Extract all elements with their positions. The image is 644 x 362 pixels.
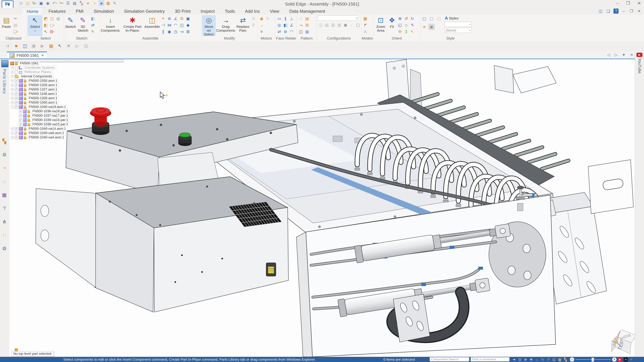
pathfinder-item[interactable]: +✓FN500-1040-oa14.asm:1 xyxy=(11,126,70,131)
pathfinder-item-label[interactable]: FN500-1040-oa19.asm:1 xyxy=(27,105,67,109)
green-button[interactable] xyxy=(178,133,192,146)
duplicate-components-icon[interactable]: ▤ xyxy=(304,15,310,22)
far-right-plate[interactable] xyxy=(588,160,634,214)
pathfinder-item[interactable]: +Coordinate Systems xyxy=(11,65,70,70)
assembly-pattern-icon[interactable]: ▦ xyxy=(304,29,310,35)
help-folder-icon[interactable]: ? xyxy=(1,205,8,212)
activate-part-icon[interactable]: ◫ xyxy=(49,15,55,22)
select-button[interactable]: ↖ Select▾ xyxy=(28,15,42,36)
concentric-face-icon[interactable]: ◎ xyxy=(276,22,282,28)
select-clear-icon[interactable]: ↖ xyxy=(43,29,49,35)
pathfinder-item[interactable]: +✓FN500-1550.asm:1 xyxy=(11,79,70,83)
visibility-checkbox[interactable]: ✓ xyxy=(19,118,22,122)
zoom-slider-track[interactable] xyxy=(576,359,611,360)
tab-close-icon[interactable]: ✕ xyxy=(41,53,44,58)
help-icon[interactable]: ? xyxy=(614,8,618,13)
alternate-assemblies-icon[interactable]: ⚙ xyxy=(1,151,8,158)
angle-relation-icon[interactable]: ∠ xyxy=(172,15,178,22)
view-override-icon[interactable]: ↖ xyxy=(410,29,416,35)
tab-add-ins[interactable]: Add Ins xyxy=(240,8,265,15)
sensors-icon[interactable]: ◔ xyxy=(1,165,8,171)
3d-sketch-button[interactable]: ✎ 3D Sketch xyxy=(76,15,89,36)
visibility-checkbox[interactable]: ✓ xyxy=(19,114,22,117)
insert-component-button[interactable]: ↓ Insert Component▾ xyxy=(100,15,120,36)
pan-icon[interactable]: ✠ xyxy=(397,29,403,35)
presence-icon[interactable]: ● xyxy=(629,357,634,362)
config-manager-icon[interactable]: ◫ xyxy=(318,22,324,28)
pattern-along-curve-icon[interactable]: ↝ xyxy=(298,22,304,28)
expand-toggle-icon[interactable]: + xyxy=(11,127,14,130)
pathfinder-item-label[interactable]: FN500-1040-oa14.asm:1 xyxy=(27,126,67,131)
pathfinder-item[interactable]: ✓FN500-1036-oa18.par:1 xyxy=(19,109,70,113)
wireframe-hidden-icon[interactable]: ▢ xyxy=(428,15,434,22)
side-box-left[interactable] xyxy=(36,189,96,287)
pathfinder-item-label[interactable]: FN500-1561 xyxy=(18,61,40,65)
pathfinder-item[interactable]: +✓FN500-1040-oa4.asm:1 xyxy=(11,135,70,140)
camera-icon[interactable]: ◉ xyxy=(342,22,348,28)
pathfinder-item-label[interactable]: FN500-1560.asm:1 xyxy=(27,100,59,105)
shaded-cube-icon[interactable]: ■ xyxy=(86,1,90,6)
status-zoom-icon[interactable]: ⊕ xyxy=(523,357,528,362)
expand-toggle-icon[interactable]: + xyxy=(11,66,14,69)
planar-align-icon[interactable]: ∥ xyxy=(160,29,166,35)
status-select-pattern-icon[interactable]: ▚ xyxy=(563,357,568,362)
status-named-views-icon[interactable]: ▦ xyxy=(558,357,562,362)
simplify-grid-icon[interactable]: ▦ xyxy=(106,1,111,6)
tab-features[interactable]: Features xyxy=(44,8,71,15)
open-icon[interactable]: ◱ xyxy=(25,1,30,6)
look-at-face-icon[interactable]: ◱ xyxy=(397,22,403,28)
visibility-checkbox[interactable]: ✓ xyxy=(15,136,18,139)
visibility-checkbox[interactable]: ✓ xyxy=(15,101,18,104)
tab-pmi[interactable]: PMI xyxy=(71,8,88,15)
arrange-windows-icon[interactable]: ◫ xyxy=(598,8,603,13)
expand-toggle-icon[interactable]: + xyxy=(11,84,14,87)
reorder-icon[interactable]: ⇵ xyxy=(250,22,256,28)
coplanar-face-icon[interactable]: ◧ xyxy=(282,22,288,28)
rotate-view-icon[interactable]: ↺ xyxy=(403,15,409,22)
select-tool-icon[interactable]: ↖ xyxy=(57,43,63,49)
minimize-button[interactable]: – xyxy=(616,1,618,6)
expand-toggle-icon[interactable]: + xyxy=(11,88,14,91)
status-zoom-area-icon[interactable]: ⊡ xyxy=(518,357,522,362)
component-tracker-icon[interactable]: ■ xyxy=(13,43,20,49)
ground-icon[interactable]: ◆ xyxy=(185,22,191,28)
planar-face-icon[interactable]: ▭ xyxy=(276,15,282,22)
status-rotate-icon[interactable]: ↻ xyxy=(540,357,545,362)
component-search-input[interactable] xyxy=(430,357,469,362)
create-part-in-place-button[interactable]: ✱ Create Part In-Place▾ xyxy=(121,15,144,36)
goto-mode-icon[interactable]: ↱ xyxy=(362,22,368,28)
pathfinder-item[interactable]: ✓FN500-1039-oa16.par:1 xyxy=(19,118,70,122)
parts-library-tab[interactable]: Parts Library xyxy=(2,69,7,94)
document-properties-icon[interactable]: ☰ xyxy=(66,1,70,6)
measure-icon[interactable]: ◈ xyxy=(99,1,104,6)
pathfinder-item[interactable]: ✓FN500-1038-oa15.par:1 xyxy=(19,122,70,126)
assemble-button[interactable]: ◫ Assemble xyxy=(145,15,160,36)
tab-inspect[interactable]: Inspect xyxy=(196,8,220,15)
angle-face-icon[interactable]: ∠ xyxy=(289,22,295,28)
expand-toggle-icon[interactable]: + xyxy=(11,92,14,95)
estop-button[interactable] xyxy=(90,107,111,135)
tangent-face-icon[interactable]: ◠ xyxy=(289,29,295,35)
flash-fit-icon[interactable]: ✦ xyxy=(160,15,166,22)
doc-close-icon[interactable]: ✕ xyxy=(636,8,642,13)
pathfinder-item[interactable]: +✓FN500-1327.asm:1 xyxy=(11,87,70,92)
control-box-lower[interactable] xyxy=(95,177,288,312)
alarm-icon[interactable]: ● xyxy=(624,357,628,362)
saved-view-2-icon[interactable]: ▥ xyxy=(330,22,336,28)
workflow-icon[interactable]: ⇉ xyxy=(4,43,11,49)
copy-view-icon[interactable]: ▤ xyxy=(83,43,89,49)
tangent-icon[interactable]: ◠ xyxy=(172,22,178,28)
hierarchy-icon[interactable]: ⋔ xyxy=(1,218,8,225)
zone-box-icon[interactable]: ▢ xyxy=(355,22,361,28)
select-options-icon[interactable]: ◩ xyxy=(43,15,49,22)
view-cube[interactable]: TOP RIGHT BACK xyxy=(611,330,635,354)
pathfinder-item-label[interactable]: Coordinate Systems xyxy=(23,65,56,70)
attach-icon[interactable]: ❑▾ xyxy=(12,29,18,35)
pathfinder-item[interactable]: −✓FN500-1040-oa19.asm:1 xyxy=(11,105,70,109)
tab-data-management[interactable]: Data Management xyxy=(284,8,330,15)
copy-icon[interactable]: ▤ xyxy=(12,22,18,28)
inspect-doc-icon[interactable]: ⚠ xyxy=(362,29,368,35)
undo-icon[interactable]: ↶▾ xyxy=(52,1,57,6)
status-fit-icon[interactable]: ❖ xyxy=(529,357,534,362)
visibility-checkbox[interactable]: ✓ xyxy=(15,88,18,91)
